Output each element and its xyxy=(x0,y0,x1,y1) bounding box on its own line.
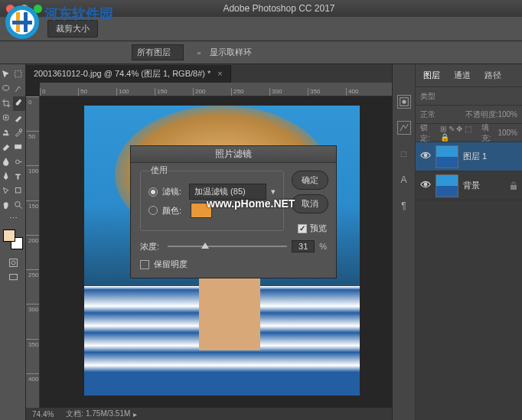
sample-ring-label: 显示取样环 xyxy=(210,47,252,58)
quickmask-tool[interactable] xyxy=(0,256,26,270)
crop-tool[interactable] xyxy=(0,96,13,111)
layer-row[interactable]: 背景 xyxy=(416,171,522,200)
svg-point-6 xyxy=(2,86,8,91)
preview-checkbox[interactable]: ✓ xyxy=(298,224,307,233)
layer-row[interactable]: 图层 1 xyxy=(416,142,522,171)
filter-radio[interactable] xyxy=(148,187,158,197)
history-brush-tool[interactable] xyxy=(13,125,26,140)
heal-tool[interactable] xyxy=(0,111,13,125)
tab-layers[interactable]: 图层 xyxy=(420,67,443,83)
visibility-icon[interactable] xyxy=(420,151,431,162)
horizontal-ruler: 050100150200250300350400 xyxy=(40,83,392,96)
density-label: 浓度: xyxy=(140,241,163,252)
eraser-tool[interactable] xyxy=(0,140,13,155)
brand-text: 河东软件园 xyxy=(44,5,113,23)
svg-point-18 xyxy=(402,99,406,103)
blend-mode-select[interactable]: 正常 xyxy=(420,109,436,120)
path-select-tool[interactable] xyxy=(0,184,13,198)
pen-tool[interactable] xyxy=(0,169,13,184)
foreground-color[interactable] xyxy=(3,230,15,242)
tab-paths[interactable]: 路径 xyxy=(481,67,504,83)
svg-point-19 xyxy=(424,154,427,157)
color-radio-label: 颜色: xyxy=(162,205,181,217)
color-radio[interactable] xyxy=(148,206,158,215)
blur-tool[interactable] xyxy=(0,155,13,169)
layer-thumbnail xyxy=(436,145,458,168)
paragraph-panel-icon[interactable]: ¶ xyxy=(397,199,411,213)
type-tool[interactable]: T xyxy=(13,169,26,184)
preserve-luminosity-checkbox[interactable] xyxy=(140,260,149,269)
svg-rect-14 xyxy=(9,259,17,267)
quick-select-tool[interactable] xyxy=(13,82,26,96)
chevron-down-icon[interactable]: ▾ xyxy=(271,187,276,197)
status-bar: 74.4% 文档: 1.75M/3.51M ▸ xyxy=(26,408,392,420)
cancel-button[interactable]: 取消 xyxy=(292,194,328,213)
brush-tool[interactable] xyxy=(13,111,26,125)
screenmode-tool[interactable] xyxy=(0,270,26,285)
opacity-label: 不透明度: xyxy=(465,109,498,120)
zoom-level[interactable]: 74.4% xyxy=(32,410,54,418)
document-tab-label: 2001361012-0.jpg @ 74.4% (图层 1, RGB/8#) … xyxy=(34,69,210,78)
document-tab-bar: 2001361012-0.jpg @ 74.4% (图层 1, RGB/8#) … xyxy=(26,64,392,83)
adjustments-panel-icon[interactable] xyxy=(397,121,411,135)
stamp-tool[interactable] xyxy=(0,125,13,140)
filter-radio-label: 滤镜: xyxy=(162,186,181,197)
options-bar: 所有图层 ▫ 显示取样环 xyxy=(0,41,522,64)
vertical-ruler: 050100150200250300350400 xyxy=(26,96,40,408)
move-tool[interactable] xyxy=(0,67,13,82)
layer-thumbnail xyxy=(436,174,458,197)
svg-point-15 xyxy=(11,261,15,265)
lock-label: 锁定: xyxy=(420,122,437,144)
svg-point-13 xyxy=(15,202,21,207)
shape-tool[interactable] xyxy=(13,184,26,198)
preview-label: 预览 xyxy=(310,223,327,234)
watermark: www.pHome.NET xyxy=(207,197,295,210)
toggle-icon[interactable]: ▫ xyxy=(197,48,201,57)
opacity-value[interactable]: 100% xyxy=(498,110,517,119)
svg-rect-4 xyxy=(12,21,32,24)
char-panel-icon[interactable]: A xyxy=(397,173,411,187)
zoom-tool[interactable] xyxy=(13,198,26,213)
brand-logo xyxy=(3,3,41,40)
svg-point-10 xyxy=(16,160,20,164)
ok-button[interactable]: 确定 xyxy=(292,171,328,190)
hand-tool[interactable] xyxy=(0,198,13,213)
svg-rect-9 xyxy=(15,145,21,148)
color-swatches[interactable] xyxy=(3,230,23,249)
svg-rect-21 xyxy=(511,185,517,190)
panel-iconbar: ⬚ A ¶ xyxy=(393,64,416,420)
document-tab[interactable]: 2001361012-0.jpg @ 74.4% (图层 1, RGB/8#) … xyxy=(26,65,231,83)
history-panel-icon[interactable] xyxy=(397,95,411,109)
layers-dropdown[interactable]: 所有图层 xyxy=(132,44,184,60)
tools-panel: T ⋯ xyxy=(0,64,26,420)
svg-point-20 xyxy=(424,183,427,186)
density-slider[interactable] xyxy=(168,241,287,252)
lock-icons[interactable]: ⊞ ✎ ✥ ⬚ 🔒 xyxy=(440,125,481,142)
doc-size: 文档: 1.75M/3.51M xyxy=(66,409,130,419)
tab-channels[interactable]: 通道 xyxy=(451,67,474,83)
lasso-tool[interactable] xyxy=(0,82,13,96)
dialog-title: 照片滤镜 xyxy=(131,146,336,163)
density-unit: % xyxy=(319,242,327,251)
eyedropper-tool[interactable] xyxy=(13,96,26,111)
chevron-right-icon[interactable]: ▸ xyxy=(133,410,137,418)
photo-filter-dialog: 照片滤镜 确定 取消 ✓ 预览 使用 滤镜: 加温滤镜 (85) ▾ 颜色: 浓… xyxy=(130,145,337,278)
marquee-tool[interactable] xyxy=(13,67,26,82)
lock-icon xyxy=(510,181,517,190)
visibility-icon[interactable] xyxy=(420,181,431,191)
edit-toolbar[interactable]: ⋯ xyxy=(0,213,26,223)
fill-value[interactable]: 100% xyxy=(498,129,517,137)
layers-panel: 图层 通道 路径 类型 正常 不透明度: 100% 锁定: ⊞ ✎ ✥ ⬚ 🔒 … xyxy=(416,64,522,420)
svg-rect-16 xyxy=(9,274,17,279)
properties-panel-icon[interactable]: ⬚ xyxy=(397,147,411,161)
preserve-luminosity-label: 保留明度 xyxy=(154,259,188,270)
layer-name[interactable]: 背景 xyxy=(463,180,480,191)
gradient-tool[interactable] xyxy=(13,140,26,155)
kind-filter-label: 类型 xyxy=(420,91,436,102)
right-panels: ⬚ A ¶ 图层 通道 路径 类型 正常 不透明度: 100% 锁定: ⊞ ✎ xyxy=(392,64,522,420)
close-icon[interactable]: × xyxy=(217,69,222,78)
dodge-tool[interactable] xyxy=(13,155,26,169)
density-value[interactable]: 31 xyxy=(292,240,315,252)
fill-label: 填充: xyxy=(481,122,498,144)
layer-name[interactable]: 图层 1 xyxy=(463,151,487,162)
